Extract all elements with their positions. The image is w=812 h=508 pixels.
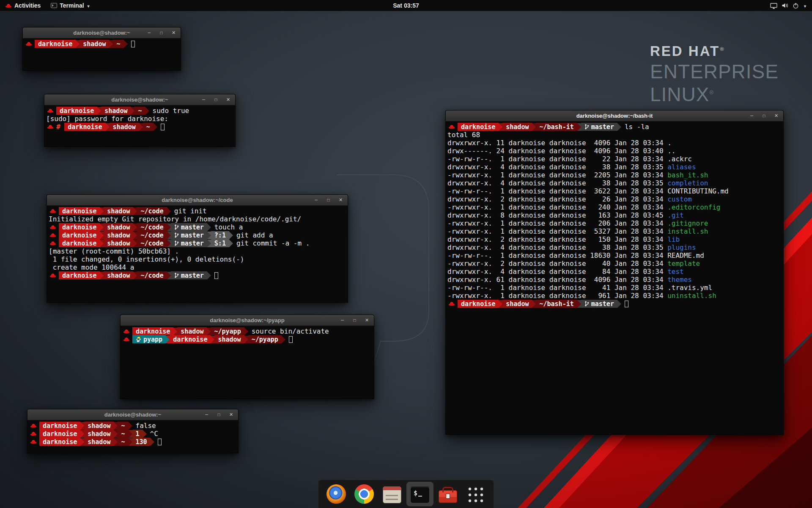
powerline-separator (167, 224, 171, 231)
redhat-branding: RED HAT® ENTERPRISE LINUX® (650, 43, 779, 106)
prompt-segment: 1 (132, 430, 143, 438)
terminal-window[interactable]: darknoise@shadow:~darknoiseshadow~falsed… (27, 409, 239, 453)
window-controls (146, 27, 181, 39)
chevron-down-icon (803, 2, 806, 9)
terminal-content[interactable]: darknoiseshadow~falsedarknoiseshadow~1^C… (27, 420, 238, 453)
powerline-separator (124, 40, 128, 48)
powerline-separator (129, 422, 132, 430)
dock (318, 480, 494, 508)
prompt-segment: shadow (104, 271, 133, 279)
prompt-segment: master (171, 231, 207, 239)
window-titlebar[interactable]: darknoise@shadow:~/code (47, 195, 348, 206)
dock-item-app-grid[interactable] (462, 482, 489, 506)
terminal-line: drwxrwxr-x. 4 darknoise darknoise 38 Jan… (447, 163, 782, 171)
close-button[interactable] (171, 27, 176, 39)
app-menu-label: Terminal (60, 2, 84, 9)
minimize-button[interactable] (313, 194, 319, 206)
powerline-separator (166, 336, 170, 343)
volume-icon (782, 3, 788, 8)
minimize-button[interactable] (340, 315, 345, 326)
terminal-window[interactable]: darknoise@shadow:~/pyappdarknoiseshadow~… (120, 315, 374, 399)
window-titlebar[interactable]: darknoise@shadow:~/bash-it (446, 110, 783, 121)
powerline-separator (114, 430, 118, 438)
powerline-separator (244, 336, 248, 343)
system-status-area[interactable] (764, 0, 812, 11)
terminal-window[interactable]: darknoise@shadow:~/bash-itdarknoiseshado… (445, 110, 784, 435)
close-button[interactable] (228, 409, 234, 420)
powerline-separator (499, 300, 502, 308)
terminal-content[interactable]: darknoiseshadow~/codegit initInitialized… (47, 206, 348, 302)
app-menu[interactable]: Terminal (46, 0, 94, 11)
clock[interactable]: Sat 03:57 (0, 2, 812, 9)
maximize-button[interactable] (213, 94, 219, 105)
powerline-separator (532, 300, 536, 308)
display-icon (770, 3, 777, 9)
terminal-content[interactable]: darknoiseshadow~ (23, 39, 181, 70)
close-button[interactable] (364, 315, 370, 326)
powerline-separator (100, 232, 104, 239)
prompt-segment: darknoise (35, 40, 76, 48)
maximize-button[interactable] (352, 315, 357, 326)
toolbox-icon (439, 490, 457, 503)
prompt-segment: darknoise (39, 422, 80, 430)
terminal-window[interactable]: darknoise@shadow:~darknoiseshadow~sudo t… (44, 94, 236, 147)
output-text: bash_it.sh (667, 171, 708, 179)
terminal-content[interactable]: darknoiseshadow~sudo true[sudo] password… (44, 105, 235, 146)
prompt-segment: ~/bash-it (536, 123, 577, 131)
maximize-button[interactable] (326, 194, 331, 206)
terminal-line: drwxrwxr-x. 61 darknoise darknoise 4096 … (447, 276, 782, 284)
terminal-line: -rwxrwxr-x. 1 darknoise darknoise 5327 J… (447, 227, 782, 235)
close-button[interactable] (338, 194, 343, 206)
powerline-separator (207, 240, 211, 247)
terminal-line: darknoiseshadow~/bash-itmaster (447, 300, 782, 308)
branding-redhat: RED HAT® (650, 43, 779, 59)
command-text: git commit -a -m . (236, 239, 310, 247)
redhat-icon (49, 232, 56, 238)
terminal-cursor (131, 41, 135, 47)
maximize-button[interactable] (761, 110, 767, 121)
window-titlebar[interactable]: darknoise@shadow:~/pyapp (121, 315, 374, 326)
prompt-segment: darknoise (39, 430, 80, 438)
window-titlebar[interactable]: darknoise@shadow:~ (23, 28, 181, 39)
minimize-button[interactable] (201, 94, 206, 105)
terminal-window[interactable]: darknoise@shadow:~/codedarknoiseshadow~/… (47, 194, 348, 303)
powerline-separator (154, 123, 157, 131)
terminal-content[interactable]: darknoiseshadow~/bash-itmasterls -latota… (446, 121, 783, 434)
prompt-segment: master (581, 123, 617, 131)
close-button[interactable] (225, 94, 231, 105)
output-text: drwxrwxr-x. 4 darknoise darknoise 38 Jan… (447, 243, 667, 251)
redhat-icon (448, 301, 455, 306)
branding-enterprise: ENTERPRISE (650, 60, 779, 83)
window-controls (204, 409, 238, 420)
close-button[interactable] (774, 110, 779, 121)
window-titlebar[interactable]: darknoise@shadow:~ (27, 409, 238, 420)
powerline-separator (167, 240, 171, 247)
dock-item-terminal[interactable] (406, 482, 433, 506)
prompt-segment: ~ (134, 107, 145, 115)
dock-item-toolbox[interactable] (434, 482, 461, 506)
prompt-segment: shadow (104, 207, 133, 215)
dock-item-files[interactable] (379, 482, 406, 506)
prompt-segment: ?:1 (211, 231, 229, 239)
output-text: themes (667, 276, 692, 284)
redhat-icon (30, 423, 37, 428)
minimize-button[interactable] (146, 27, 152, 39)
dock-item-chrome[interactable] (351, 482, 378, 506)
minimize-button[interactable] (749, 110, 754, 121)
maximize-button[interactable] (216, 409, 222, 420)
terminal-content[interactable]: darknoiseshadow~/pyappsource bin/activat… (121, 326, 374, 399)
prompt-segment: shadow (104, 231, 133, 239)
prompt-segment: ~/bash-it (536, 300, 577, 308)
window-titlebar[interactable]: darknoise@shadow:~ (44, 94, 235, 105)
terminal-line: darknoiseshadow~/codemasterS:1git commit… (49, 239, 346, 247)
maximize-button[interactable] (159, 27, 164, 39)
minimize-button[interactable] (204, 409, 209, 420)
activities-button[interactable]: Activities (0, 0, 46, 11)
prompt-segment: master (171, 271, 207, 279)
terminal-window[interactable]: darknoise@shadow:~darknoiseshadow~ (22, 27, 181, 71)
powerline-separator (577, 300, 581, 308)
prompt-segment: master (171, 223, 207, 231)
prompt-segment: darknoise (59, 223, 100, 231)
output-text: -rwxrwxr-x. 2 darknoise darknoise 40 Jan… (447, 260, 667, 268)
dock-item-firefox[interactable] (323, 482, 350, 506)
